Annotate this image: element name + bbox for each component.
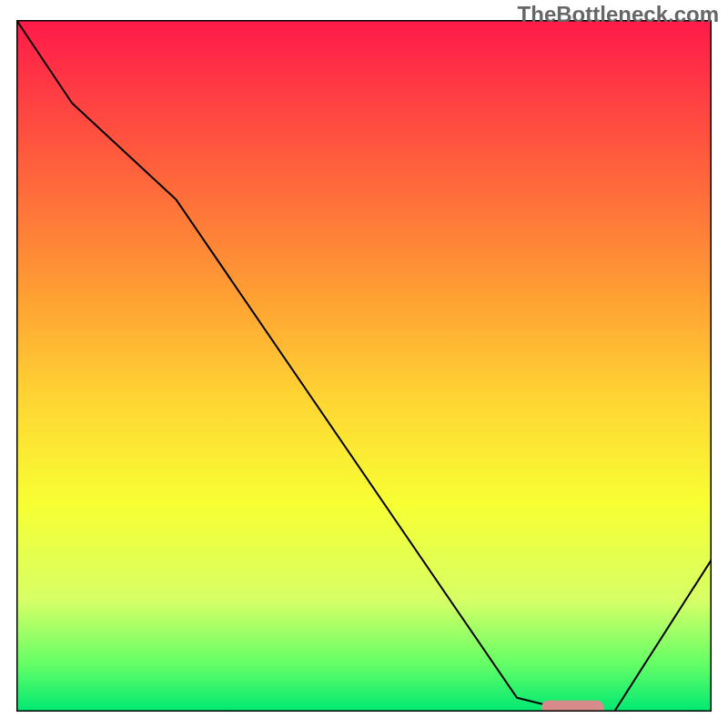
plot-area xyxy=(16,20,712,712)
watermark-text: TheBottleneck.com xyxy=(518,2,719,27)
chart-background xyxy=(16,20,712,712)
optimum-marker xyxy=(541,701,604,712)
chart-svg xyxy=(16,20,712,712)
chart-container: TheBottleneck.com xyxy=(0,0,728,728)
